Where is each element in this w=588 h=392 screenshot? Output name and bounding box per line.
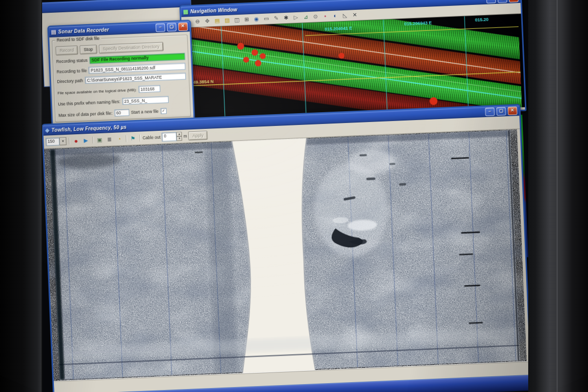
grid-icon[interactable]: ⊞ (243, 15, 251, 24)
prefix-label: Use this prefix when naming files: (58, 99, 120, 106)
recording-to-file-field[interactable]: P1823_SSS_N_081114195200.sdf (89, 63, 186, 74)
delete-icon[interactable]: ✕ (350, 11, 359, 20)
navigation-map[interactable]: 015.204041 E 015.206943 E 015.20 29 49.3… (182, 14, 525, 122)
apply-button[interactable]: Apply (188, 131, 207, 141)
zoom-out-icon[interactable]: ⊖ (193, 17, 202, 26)
toolbar-separator (69, 138, 70, 145)
minimize-button[interactable]: – (486, 0, 496, 3)
recording-to-file-label: Recording to file (56, 68, 87, 74)
select-area-icon[interactable]: ▭ (262, 14, 271, 23)
measure-icon[interactable]: ✎ (272, 14, 281, 23)
cable-out-label: Cable out (143, 135, 161, 141)
bezel-seam (557, 0, 558, 392)
pan-icon[interactable]: ✥ (203, 17, 212, 25)
range-rings-icon[interactable]: ✱ (282, 14, 291, 23)
close-button[interactable]: ✕ (508, 106, 517, 115)
toolbar-separator (140, 135, 141, 142)
recorder-window-icon: ▤ (51, 29, 56, 35)
erase-icon[interactable]: ◺ (341, 11, 349, 20)
offset-icon[interactable]: ⊙ (311, 12, 320, 21)
monitor-screen: ▩ Navigation Window – ▢ ✕ ⊕⊖✥▤▨◫⊞◉▭✎✱▷⊿⊙… (42, 0, 528, 392)
toolbar-separator (126, 135, 127, 142)
towfish-window: ◆ Towfish, Low Frequency, 50 µs – ▢ ✕ 15… (42, 104, 528, 392)
monitor-bezel-left (0, 0, 42, 392)
stop-button[interactable]: Stop (80, 45, 97, 54)
directory-path-field[interactable]: C:\SonarSurveys\P1823_SSS_MARATE (85, 73, 186, 84)
globe-icon[interactable]: ◉ (252, 15, 261, 24)
background-window-titlebar[interactable] (42, 0, 191, 13)
navigation-window-icon: ▩ (183, 9, 188, 14)
event-flag-icon[interactable]: ⚑ (129, 134, 138, 143)
screen-content: ▩ Navigation Window – ▢ ✕ ⊕⊖✥▤▨◫⊞◉▭✎✱▷⊿⊙… (42, 0, 528, 392)
max-data-field[interactable]: 60 (114, 109, 129, 116)
towfish-window-icon: ◆ (45, 127, 49, 133)
maximize-button[interactable]: ▢ (496, 107, 506, 116)
range-combo[interactable]: 150 ▾ (46, 137, 67, 146)
start-new-file-checkbox[interactable]: ✓ (160, 108, 167, 114)
close-button[interactable]: ✕ (509, 0, 518, 2)
cable-out-value[interactable]: 0 (162, 132, 177, 142)
navigation-map-display: 015.204041 E 015.206943 E 015.20 29 49.3… (182, 14, 522, 121)
sonar-waterfall[interactable] (44, 129, 527, 381)
towfish-track-icon[interactable]: ⊿ (301, 13, 310, 22)
event-mark-icon[interactable]: ▪ (321, 12, 330, 21)
navigation-window-title: Navigation Window (190, 7, 237, 14)
close-button[interactable]: ✕ (178, 23, 188, 31)
world-view-icon[interactable]: ◐ (331, 11, 340, 20)
maximize-button[interactable]: ▢ (167, 23, 176, 31)
towfish-window-title: Towfish, Low Frequency, 50 µs (51, 124, 126, 133)
minimize-button[interactable]: – (155, 23, 165, 32)
directory-path-label: Directory path (57, 78, 83, 84)
spinner-down-icon[interactable]: ▼ (177, 136, 182, 141)
cable-out-spinner[interactable]: 0 ▲ ▼ (162, 132, 182, 142)
recorder-window-title: Sonar Data Recorder (58, 27, 109, 34)
start-new-file-label: Start a new file (131, 109, 159, 115)
monitor-photo: ▩ Navigation Window – ▢ ✕ ⊕⊖✥▤▨◫⊞◉▭✎✱▷⊿⊙… (0, 0, 588, 392)
specify-destination-button[interactable]: Specify Destination Directory (98, 42, 164, 54)
file-space-value: 103168 (138, 85, 160, 93)
max-data-label: Max size of data per disk file: (58, 111, 112, 118)
stop-recording-icon[interactable]: ● (72, 136, 80, 145)
layers-icon[interactable]: ▤ (213, 17, 221, 25)
monitor-bezel-right (528, 0, 588, 392)
file-space-label: File space available on the logical driv… (57, 87, 137, 95)
toolbar-separator (92, 137, 93, 144)
towfish-icon-group: ▣≣◔ (95, 135, 123, 144)
maximize-button[interactable]: ▢ (497, 0, 507, 3)
recording-status-value: SDF File Recording normally (89, 53, 185, 64)
prefix-field[interactable]: 23_SSS_N_ (122, 96, 169, 105)
recording-status-label: Recording status (56, 58, 87, 64)
record-group-box: Record to SDF disk file Record Stop Spec… (52, 35, 191, 122)
cursor-mode-icon[interactable]: ▷ (292, 13, 300, 22)
record-button[interactable]: Record (55, 46, 78, 55)
play-icon[interactable]: ▶ (81, 136, 90, 145)
range-value: 150 (46, 138, 60, 146)
display-settings-icon[interactable]: ≣ (105, 135, 114, 144)
snapshot-icon[interactable]: ▣ (95, 135, 104, 144)
titlebar-spacer (111, 28, 153, 30)
palette-icon[interactable]: ◔ (115, 135, 123, 144)
cable-out-unit: m (183, 134, 187, 139)
corner-longitude-label: 015.20 (475, 17, 489, 23)
coverage-icon[interactable]: ▨ (222, 16, 231, 25)
range-dropdown-arrow-icon[interactable]: ▾ (59, 137, 67, 146)
annotation-icon[interactable]: ◫ (232, 16, 241, 24)
minimize-button[interactable]: – (485, 107, 495, 116)
